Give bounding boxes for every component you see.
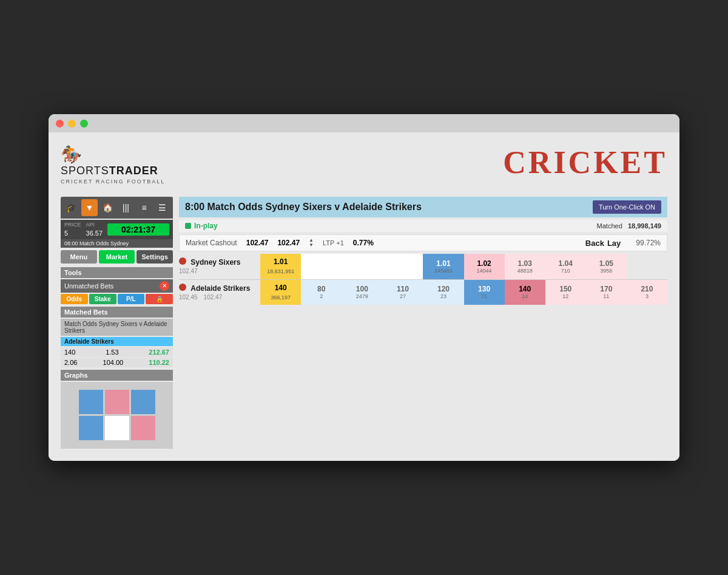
empty-back-3 bbox=[301, 254, 342, 279]
lay-col-0-sydney[interactable]: 1.02 14044 bbox=[464, 254, 505, 279]
close-btn[interactable] bbox=[56, 120, 64, 128]
back-col-0-adelaide[interactable]: 80 2 bbox=[301, 279, 342, 305]
bet2-stake: 104.00 bbox=[103, 359, 124, 366]
matched-header: Matched Bets bbox=[61, 307, 173, 318]
lay-col-0-adelaide[interactable]: 150 12 bbox=[545, 279, 586, 305]
ltp-cell-sydney[interactable]: 1.01 18,631,951 bbox=[260, 254, 301, 279]
settings-button[interactable]: Settings bbox=[136, 250, 173, 264]
sidebar: 🎓 ▼ 🏠 ||| ≡ ☰ PRICE 5 API 36.57 bbox=[61, 197, 173, 449]
graph-area bbox=[61, 382, 173, 449]
match-title: 8:00 Match Odds Sydney Sixers v Adelaide… bbox=[185, 202, 422, 213]
ltp-val-sydney: 1.01 bbox=[260, 257, 301, 266]
stake-col-btn[interactable]: Stake bbox=[89, 294, 116, 304]
lock-col-btn[interactable]: 🔒 bbox=[146, 294, 173, 304]
minimize-btn[interactable] bbox=[68, 120, 76, 128]
price-value: 5 bbox=[64, 229, 81, 237]
unmatched-close[interactable]: ✕ bbox=[160, 281, 169, 291]
lay-col-3-sydney[interactable]: 1.05 3956 bbox=[586, 254, 627, 279]
clock-display: 02:21:37 bbox=[107, 223, 169, 236]
graph-cell-0-0 bbox=[79, 390, 103, 414]
empty-back-2 bbox=[342, 254, 382, 279]
lay-highlight-adelaide[interactable]: 140 14 bbox=[505, 279, 545, 305]
matched-label: Matched bbox=[597, 222, 622, 230]
graph-cell-0-2 bbox=[131, 390, 155, 414]
cashout-val1: 102.47 bbox=[246, 239, 269, 247]
back-highlight-sydney[interactable]: 1.01 245483 bbox=[423, 254, 463, 279]
sidebar-buttons: Menu Market Settings bbox=[61, 250, 173, 264]
ltp-label: LTP +1 bbox=[323, 239, 344, 247]
pl-col-btn[interactable]: P/L bbox=[118, 294, 145, 304]
pct-left: 0.77% bbox=[353, 239, 374, 247]
empty-back-1 bbox=[382, 254, 423, 279]
school-icon[interactable]: 🎓 bbox=[63, 199, 79, 216]
price-bar: PRICE 5 API 36.57 02:21:37 bbox=[61, 220, 173, 239]
runner-name-sydney: Sydney Sixers bbox=[190, 258, 240, 267]
menu-icon[interactable]: ☰ bbox=[154, 199, 170, 216]
price-info: PRICE 5 bbox=[64, 222, 81, 237]
runner-name-cell-sydney: Sydney Sixers 102.47 bbox=[179, 254, 260, 279]
betting-table: Sydney Sixers 102.47 1.01 18,631,951 bbox=[179, 254, 667, 305]
runner-icon-sydney bbox=[179, 257, 186, 265]
market-button[interactable]: Market bbox=[99, 250, 135, 264]
sidebar-toolbar: 🎓 ▼ 🏠 ||| ≡ ☰ bbox=[61, 197, 173, 219]
back-col-3-adelaide[interactable]: 120 23 bbox=[423, 279, 463, 305]
unmatched-cols: Odds Stake P/L 🔒 bbox=[61, 294, 173, 304]
graph-cell-0-1 bbox=[105, 390, 129, 414]
cashout-bar: Market Cashout 102.47 102.47 ▲▼ LTP +1 0… bbox=[179, 234, 667, 251]
ltp-val-adelaide: 140 bbox=[260, 284, 301, 292]
runner-name-adelaide: Adelaide Strikers bbox=[190, 284, 250, 293]
horse-icon: 🏇 bbox=[61, 145, 82, 165]
ltp-area: LTP +1 bbox=[323, 239, 344, 247]
bars-icon[interactable]: ||| bbox=[118, 199, 134, 216]
lay-hi-sub-adelaide: 14 bbox=[505, 293, 545, 299]
graph-cell-1-0 bbox=[79, 416, 103, 440]
ltp-vol-adelaide: 366,197 bbox=[271, 294, 291, 301]
unmatched-header: Unmatched Bets ✕ bbox=[61, 279, 173, 293]
bet2-profit: 110.22 bbox=[149, 359, 169, 366]
back-hi-sub-sydney: 245483 bbox=[423, 268, 463, 274]
back-hi-val-sydney: 1.01 bbox=[423, 259, 463, 268]
graph-cell-1-1 bbox=[105, 416, 129, 440]
lay-col-1-sydney[interactable]: 1.03 48818 bbox=[505, 254, 545, 279]
in-play-bar: In-play Matched 18,998,149 bbox=[179, 220, 667, 232]
lay-col-2-adelaide[interactable]: 210 3 bbox=[627, 279, 667, 305]
back-col-1-adelaide[interactable]: 100 2479 bbox=[342, 279, 382, 305]
team-label: Adelaide Strikers bbox=[61, 337, 173, 346]
logo-area: 🏇 SPORTSTRADER CRICKET RACING FOOTBALL bbox=[61, 145, 165, 185]
bet1-stake: 1.53 bbox=[106, 349, 118, 356]
bet2-odds: 2.06 bbox=[64, 359, 77, 366]
back-highlight-adelaide[interactable]: 130 71 bbox=[464, 279, 505, 305]
app-window: 🏇 SPORTSTRADER CRICKET RACING FOOTBALL C… bbox=[49, 114, 679, 461]
back-col-2-adelaide[interactable]: 110 27 bbox=[382, 279, 423, 305]
back-hi-val-adelaide: 130 bbox=[464, 285, 505, 293]
runner-price-sydney: 102.47 bbox=[179, 268, 198, 274]
ltp-cell-adelaide[interactable]: 140 366,197 bbox=[260, 279, 301, 305]
right-panel: 8:00 Match Odds Sydney Sixers v Adelaide… bbox=[179, 197, 667, 449]
lay-col-2-sydney[interactable]: 1.04 710 bbox=[545, 254, 586, 279]
tools-header: Tools bbox=[61, 267, 173, 278]
ltp-vol-sydney: 18,631,951 bbox=[267, 268, 294, 274]
cashout-label: Market Cashout bbox=[186, 239, 237, 247]
filter-icon[interactable]: ▼ bbox=[81, 199, 98, 216]
api-info: API 36.57 bbox=[86, 222, 103, 237]
graph-cell-1-2 bbox=[131, 416, 155, 440]
match-info-box: Match Odds Sydney Sixers v Adelaide Stri… bbox=[61, 319, 173, 336]
bet-row-1: 140 1.53 212.67 bbox=[61, 347, 173, 357]
home-icon[interactable]: 🏠 bbox=[99, 199, 116, 216]
cashout-val2: 102.47 bbox=[277, 239, 300, 247]
menu-button[interactable]: Menu bbox=[61, 250, 97, 264]
runner-price1-adelaide: 102.45 bbox=[179, 294, 198, 301]
header-row: 🏇 SPORTSTRADER CRICKET RACING FOOTBALL C… bbox=[61, 145, 667, 185]
titlebar bbox=[49, 114, 679, 132]
lay-col-1-adelaide[interactable]: 170 11 bbox=[586, 279, 627, 305]
market-label-bar: 08:00 Match Odds Sydney bbox=[61, 239, 173, 248]
logo: 🏇 SPORTSTRADER CRICKET RACING FOOTBALL bbox=[61, 145, 165, 185]
unmatched-label: Unmatched Bets bbox=[64, 282, 113, 290]
updown-arrows: ▲▼ bbox=[309, 238, 314, 248]
one-click-button[interactable]: Turn One-Click ON bbox=[593, 200, 661, 214]
back-lay-labels: Back Lay bbox=[585, 239, 621, 248]
matched-info: Matched 18,998,149 bbox=[597, 222, 661, 230]
maximize-btn[interactable] bbox=[80, 120, 88, 128]
list-icon[interactable]: ≡ bbox=[136, 199, 152, 216]
odds-col-btn[interactable]: Odds bbox=[61, 294, 88, 304]
